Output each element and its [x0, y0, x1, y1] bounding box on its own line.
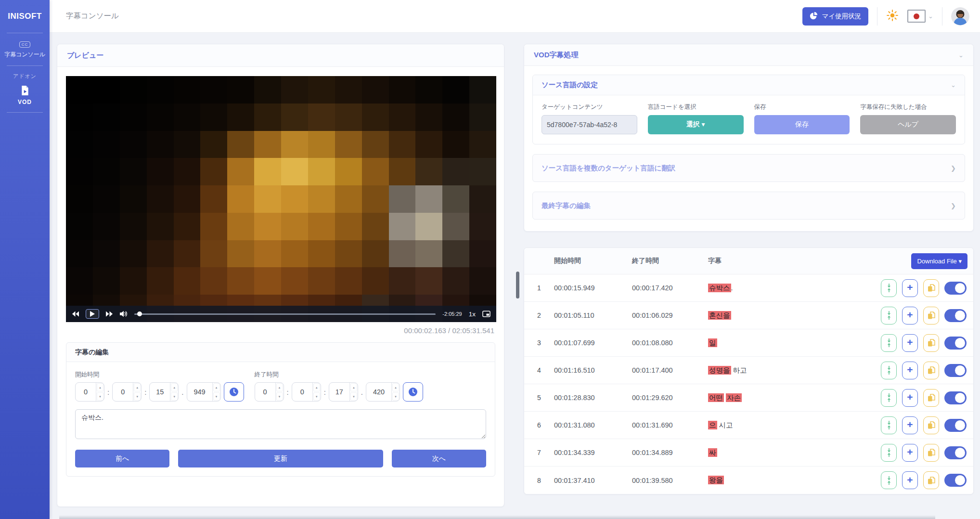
set-end-time-button[interactable] — [403, 382, 423, 402]
help-button[interactable]: ヘルプ — [860, 115, 956, 134]
row-enabled-toggle[interactable] — [944, 337, 967, 350]
end-ms-stepper[interactable]: ▲▼ — [366, 382, 400, 402]
end-hours-stepper[interactable]: ▲▼ — [255, 382, 284, 402]
start-hours-stepper[interactable]: ▲▼ — [75, 382, 104, 402]
set-start-time-button[interactable] — [224, 382, 244, 402]
add-row-button[interactable]: + — [902, 362, 918, 379]
copy-row-button[interactable] — [923, 389, 939, 407]
row-enabled-toggle[interactable] — [944, 446, 967, 459]
row-enabled-toggle[interactable] — [944, 391, 967, 404]
copy-row-button[interactable] — [923, 334, 939, 352]
step-down-icon[interactable]: ▼ — [350, 392, 357, 401]
play-button[interactable] — [86, 309, 99, 319]
fast-forward-button[interactable] — [106, 311, 113, 317]
copy-row-button[interactable] — [923, 307, 939, 324]
start-minutes-stepper[interactable]: ▲▼ — [112, 382, 142, 402]
end-seconds-stepper[interactable]: ▲▼ — [329, 382, 358, 402]
start-seconds-stepper[interactable]: ▲▼ — [149, 382, 179, 402]
add-row-button[interactable]: + — [902, 471, 918, 489]
start-hours-input[interactable] — [76, 383, 96, 401]
add-row-button[interactable]: + — [902, 416, 918, 434]
copy-row-button[interactable] — [923, 444, 939, 462]
start-ms-stepper[interactable]: ▲▼ — [187, 382, 221, 402]
merge-rows-button[interactable] — [881, 279, 897, 297]
user-avatar[interactable] — [951, 7, 969, 26]
step-down-icon[interactable]: ▼ — [313, 392, 320, 401]
step-up-icon[interactable]: ▲ — [171, 383, 178, 391]
step-down-icon[interactable]: ▼ — [276, 392, 283, 401]
merge-rows-button[interactable] — [881, 444, 897, 462]
start-minutes-input[interactable] — [113, 383, 133, 401]
end-ms-input[interactable] — [366, 383, 391, 401]
row-enabled-toggle[interactable] — [944, 474, 967, 487]
row-enabled-toggle[interactable] — [944, 364, 967, 377]
video-player[interactable]: -2:05:29 1x — [66, 76, 496, 322]
step-up-icon[interactable]: ▲ — [134, 383, 141, 391]
sidebar-item-subtitle-console[interactable]: CC 字幕コンソール — [0, 33, 50, 65]
copy-row-button[interactable] — [923, 416, 939, 434]
table-scrollbar[interactable] — [516, 272, 519, 298]
add-row-button[interactable]: + — [902, 334, 918, 352]
seek-bar[interactable] — [134, 311, 436, 317]
step-up-icon[interactable]: ▲ — [313, 383, 320, 391]
chevron-down-icon[interactable]: ⌄ — [958, 52, 964, 59]
step-down-icon[interactable]: ▼ — [97, 392, 103, 401]
previous-button[interactable]: 前へ — [75, 450, 169, 467]
step-down-icon[interactable]: ▼ — [134, 392, 141, 401]
row-enabled-toggle[interactable] — [944, 419, 967, 432]
end-minutes-input[interactable] — [292, 383, 312, 401]
final-edit-section-collapsed[interactable]: 最終字幕の編集 ❯ — [532, 192, 965, 220]
copy-row-button[interactable] — [923, 279, 939, 297]
my-usage-button[interactable]: マイ使用状況 — [802, 7, 868, 26]
end-minutes-stepper[interactable]: ▲▼ — [292, 382, 321, 402]
translate-section-collapsed[interactable]: ソース言語を複数のターゲット言語に翻訳 ❯ — [532, 154, 965, 182]
theme-sun-icon[interactable] — [886, 9, 899, 24]
add-row-button[interactable]: + — [902, 307, 918, 324]
select-language-button[interactable]: 選択 ▾ — [648, 115, 744, 134]
row-enabled-toggle[interactable] — [944, 282, 967, 295]
language-selector[interactable]: ⌄ — [907, 10, 933, 23]
step-down-icon[interactable]: ▼ — [392, 392, 399, 401]
step-down-icon[interactable]: ▼ — [213, 392, 220, 401]
picture-in-picture-button[interactable] — [482, 311, 490, 317]
add-row-button[interactable]: + — [902, 389, 918, 407]
step-up-icon[interactable]: ▲ — [276, 383, 283, 391]
chevron-down-icon[interactable]: ⌄ — [951, 81, 956, 89]
sidebar-item-vod[interactable]: VOD — [0, 84, 50, 112]
add-row-button[interactable]: + — [902, 279, 918, 297]
merge-rows-button[interactable] — [881, 471, 897, 489]
top-header: 字幕コンソール マイ使用状況 ⌄ — [50, 0, 980, 33]
save-button[interactable]: 保存 — [754, 115, 850, 134]
volume-icon[interactable] — [120, 311, 128, 317]
rewind-button[interactable] — [72, 311, 79, 317]
end-seconds-input[interactable] — [329, 383, 349, 401]
subtitle-text-input[interactable]: 슈박스. — [75, 409, 486, 439]
merge-rows-button[interactable] — [881, 307, 897, 324]
copy-row-button[interactable] — [923, 471, 939, 489]
playback-speed-button[interactable]: 1x — [469, 311, 476, 318]
update-button[interactable]: 更新 — [178, 450, 383, 467]
start-ms-input[interactable] — [187, 383, 212, 401]
merge-rows-button[interactable] — [881, 389, 897, 407]
merge-rows-button[interactable] — [881, 334, 897, 352]
step-up-icon[interactable]: ▲ — [392, 383, 399, 391]
next-button[interactable]: 次へ — [392, 450, 486, 467]
add-row-button[interactable]: + — [902, 444, 918, 462]
step-down-icon[interactable]: ▼ — [171, 392, 178, 401]
table-row: 3 00:01:07.699 00:01:08.080 일 + — [524, 329, 973, 357]
download-file-button[interactable]: Download File ▾ — [911, 253, 967, 269]
target-content-input[interactable] — [542, 115, 637, 134]
step-up-icon[interactable]: ▲ — [213, 383, 220, 391]
end-hours-input[interactable] — [255, 383, 275, 401]
row-number: 7 — [524, 449, 554, 456]
merge-rows-button[interactable] — [881, 362, 897, 379]
app-logo: INISOFT — [0, 0, 50, 33]
copy-row-button[interactable] — [923, 362, 939, 379]
start-seconds-input[interactable] — [150, 383, 170, 401]
merge-rows-button[interactable] — [881, 416, 897, 434]
seek-handle[interactable] — [137, 311, 142, 316]
step-up-icon[interactable]: ▲ — [97, 383, 103, 391]
row-enabled-toggle[interactable] — [944, 309, 967, 322]
step-up-icon[interactable]: ▲ — [350, 383, 357, 391]
time-remaining: -2:05:29 — [442, 311, 462, 317]
